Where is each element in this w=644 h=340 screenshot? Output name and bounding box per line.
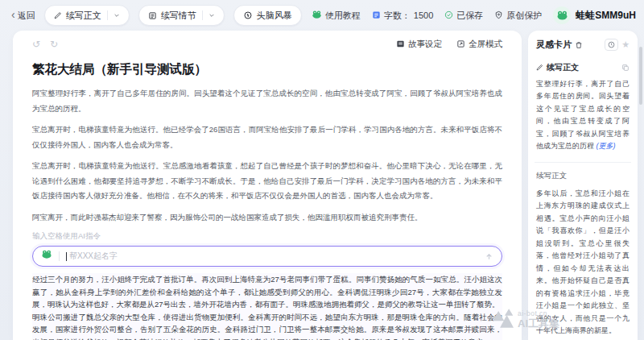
tutorial-button[interactable]: 使用教程 <box>312 10 361 22</box>
word-count-value: 1500 <box>414 10 433 20</box>
brainstorm-icon <box>243 10 253 20</box>
inspiration-panel: 灵感卡片 ★ 续写正文 宝整理好行李，离开了自己多年居住的房间。回头望着这个见证… <box>528 31 638 340</box>
brainstorm-button[interactable]: 头脑风暴 <box>233 5 302 26</box>
plot-list-icon <box>148 11 157 20</box>
inspiration-card[interactable]: 续写正文 宝整理好行李，离开了自己多年居住的房间。回头望着这个见证了宝总成长的空… <box>536 62 630 153</box>
card-text: 宝整理好行李，离开了自己多年居住的房间。回头望着这个见证了宝总成长的空间，他由宝… <box>536 80 630 150</box>
username: 蛙蛙SMM9uH <box>576 9 636 23</box>
back-label: 返回 <box>18 10 35 22</box>
pill-divider <box>202 10 203 20</box>
top-toolbar: ‹ 返回 续写正文 续写情节 头脑风暴 使用教程 字数：1500 已保存 <box>0 0 644 31</box>
topbar-right: 使用教程 字数：1500 已保存 原创保护 蛙蛙SMM9uH <box>312 6 636 24</box>
generated-paragraph[interactable]: 明珠公司搬进了魏总父亲的大型仓库，使得进出货物更加便利。金科离开的时间不远，她望… <box>32 311 502 340</box>
word-count-label: 字数： <box>384 10 411 22</box>
copyright-protection-button[interactable]: 原创保护 <box>494 10 542 22</box>
ai-command-hint: 输入空格使用AI指令 <box>32 231 502 242</box>
user-menu[interactable]: 蛙蛙SMM9uH <box>553 6 636 24</box>
paragraph[interactable]: 阿宝整理好行李，离开了自己多年居住的房间。回头望着这个见证了宝总成长的空间，他由… <box>32 86 502 116</box>
card-type-label: 续写正文 <box>536 171 630 181</box>
tutorial-frog-icon <box>312 10 322 22</box>
more-link[interactable]: (更多) <box>597 142 616 150</box>
history-clock-icon[interactable] <box>605 39 618 51</box>
tutorial-label: 使用教程 <box>325 10 361 22</box>
continue-plot-button[interactable]: 续写情节 <box>138 5 225 26</box>
generated-text-block[interactable]: 经过三个月的努力，汪小姐终于完成了首批订单。再次回到上海特意为27号老同事们带了… <box>32 273 502 340</box>
clear-cards-trash-icon[interactable] <box>575 41 583 49</box>
avatar <box>553 6 571 24</box>
redo-icon[interactable]: ↻ <box>50 39 58 50</box>
chevron-down-icon[interactable] <box>114 10 120 20</box>
scrollbar-thumb[interactable] <box>639 47 642 105</box>
document-body[interactable]: 阿宝整理好行李，离开了自己多年居住的房间。回头望着这个见证了宝总成长的空间，他由… <box>32 86 502 225</box>
card-body: 宝整理好行李，离开了自己多年居住的房间。回头望着这个见证了宝总成长的空间，他由宝… <box>536 78 630 153</box>
pen-icon <box>536 64 543 73</box>
card-paragraph: 多年以后，宝总和汪小姐在上海东方明珠的建成仪式上相遇。宝总小声的向汪小姐说「我喜… <box>536 188 630 338</box>
continue-text-label: 续写正文 <box>66 10 101 22</box>
card-divider <box>535 162 631 163</box>
ai-input-placeholder: 帮XXX起名字 <box>69 251 118 262</box>
back-chevron-icon: ‹ <box>11 9 15 20</box>
editor-panel: ↺ ↻ 故事设定 全屏模式 繁花大结局（新手引导测试版） 阿宝整理好行李，离开了… <box>13 31 522 340</box>
fullscreen-button[interactable]: 全屏模式 <box>456 39 502 50</box>
save-status-label: 已保存 <box>456 10 483 22</box>
paragraph[interactable]: 宝总离开时，电梯孩童特意为他送行。他已经学会了26国语言，而阿宝给他安排了最后一… <box>32 122 502 152</box>
favorite-star-icon[interactable]: ★ <box>621 40 630 49</box>
pill-divider <box>107 10 108 20</box>
generated-paragraph[interactable]: 经过三个月的努力，汪小姐终于完成了首批订单。再次回到上海特意为27号老同事们带了… <box>32 273 502 311</box>
editor-toolbar: ↺ ↻ 故事设定 全屏模式 <box>32 37 502 52</box>
continue-text-button[interactable]: 续写正文 <box>44 5 130 26</box>
save-status: 已保存 <box>444 10 483 22</box>
story-settings-icon <box>396 39 405 50</box>
inspiration-title: 灵感卡片 <box>536 39 572 51</box>
fullscreen-icon <box>456 39 465 50</box>
story-settings-label: 故事设定 <box>408 39 442 50</box>
chevron-down-icon[interactable] <box>208 10 215 20</box>
send-arrow-icon[interactable] <box>485 252 493 261</box>
ai-command-input[interactable]: 帮XXX起名字 <box>32 246 502 267</box>
inspiration-header: 灵感卡片 ★ <box>536 39 630 51</box>
saved-check-icon <box>444 10 453 21</box>
text-caret <box>66 252 67 261</box>
undo-icon[interactable]: ↺ <box>32 39 40 50</box>
paragraph[interactable]: 阿宝离开，而此时强慕杰却迎来了警察，因为服饰公司的一战给国家造成了损失，他因滥用… <box>32 210 502 226</box>
copy-icon[interactable] <box>621 64 630 72</box>
inspiration-card[interactable]: 续写正文 多年以后，宝总和汪小姐在上海东方明珠的建成仪式上相遇。宝总小声的向汪小… <box>536 171 630 340</box>
continue-plot-label: 续写情节 <box>161 10 196 22</box>
input-divider <box>59 251 60 261</box>
word-count-icon <box>372 10 381 21</box>
shield-icon <box>494 10 503 21</box>
story-settings-button[interactable]: 故事设定 <box>396 39 442 50</box>
copyright-protection-label: 原创保护 <box>506 10 542 22</box>
fullscreen-label: 全屏模式 <box>469 39 502 50</box>
frog-icon <box>41 249 52 263</box>
document-title[interactable]: 繁花大结局（新手引导测试版） <box>32 61 502 78</box>
pen-icon <box>54 11 62 19</box>
brainstorm-label: 头脑风暴 <box>257 10 292 22</box>
word-count: 字数：1500 <box>372 10 433 22</box>
paragraph[interactable]: 宝总离开时，电梯孩童特意为他送行。宝总感激地看着孩童，想起了自己曾经是个孩子时的… <box>32 159 502 204</box>
back-button[interactable]: ‹ 返回 <box>11 10 35 22</box>
card-type-label: 续写正文 <box>547 62 579 73</box>
